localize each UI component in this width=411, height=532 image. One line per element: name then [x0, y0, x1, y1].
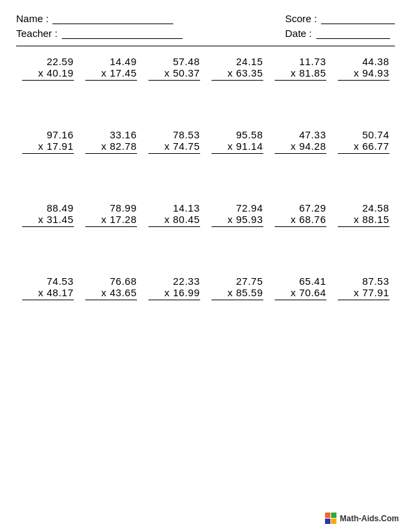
problem-0-3: 24.15x 63.35 — [209, 49, 266, 83]
problem-top-0-1: 14.49 — [109, 56, 136, 67]
problem-row-0: 22.59x 40.1914.49x 17.4557.48x 50.3724.1… — [16, 49, 395, 83]
problem-bottom-3-2: x 16.99 — [148, 287, 200, 300]
problem-bottom-0-0: x 40.19 — [22, 67, 74, 81]
problem-3-3: 27.75x 85.59 — [209, 269, 266, 303]
problem-2-4: 67.29x 68.76 — [272, 195, 329, 230]
problem-1-2: 78.53x 74.75 — [146, 122, 203, 157]
score-label: Score : — [285, 13, 317, 24]
name-label: Name : — [16, 13, 48, 24]
problem-bottom-2-3: x 95.93 — [212, 214, 263, 227]
teacher-line — [62, 27, 183, 39]
problem-top-3-2: 22.33 — [173, 275, 199, 287]
problem-bottom-2-2: x 80.45 — [148, 214, 200, 227]
name-row: Name : — [16, 12, 183, 24]
page: Name : Teacher : Score : Date : 22.59x 4… — [0, 0, 411, 532]
problem-top-2-2: 14.13 — [173, 202, 199, 214]
problem-2-0: 88.49x 31.45 — [19, 195, 77, 230]
problem-top-3-0: 74.53 — [46, 275, 73, 287]
date-row: Date : — [285, 27, 395, 39]
problem-top-0-3: 24.15 — [236, 56, 263, 67]
teacher-row: Teacher : — [16, 27, 183, 39]
date-label: Date : — [285, 28, 312, 39]
header: Name : Teacher : Score : Date : — [16, 12, 395, 39]
problem-3-4: 65.41x 70.64 — [272, 269, 329, 303]
problem-3-1: 76.68x 43.65 — [83, 269, 140, 303]
header-left: Name : Teacher : — [16, 12, 183, 39]
watermark: Math-Aids.Com — [325, 513, 399, 524]
problem-top-2-0: 88.49 — [46, 202, 73, 214]
problem-top-3-4: 65.41 — [299, 275, 326, 287]
problem-top-0-2: 57.48 — [173, 56, 199, 67]
problem-top-0-4: 11.73 — [299, 56, 326, 67]
problem-bottom-2-0: x 31.45 — [22, 214, 74, 227]
problem-1-1: 33.16x 82.78 — [83, 122, 140, 157]
problem-0-0: 22.59x 40.19 — [19, 49, 77, 83]
name-line — [52, 12, 173, 24]
problem-top-1-5: 50.74 — [362, 129, 389, 140]
problem-1-0: 97.16x 17.91 — [19, 122, 77, 157]
problem-bottom-2-4: x 68.76 — [275, 214, 326, 227]
problem-bottom-0-5: x 94.93 — [338, 67, 390, 81]
problem-0-5: 44.38x 94.93 — [335, 49, 392, 83]
problem-row-1: 97.16x 17.9133.16x 82.7878.53x 74.7595.5… — [16, 122, 395, 157]
problem-bottom-2-1: x 17.28 — [85, 214, 137, 227]
problem-bottom-1-5: x 66.77 — [338, 140, 390, 154]
problem-bottom-3-5: x 77.91 — [338, 287, 390, 300]
problem-bottom-0-2: x 50.37 — [148, 67, 200, 81]
problem-top-0-0: 22.59 — [46, 56, 73, 67]
score-line — [321, 12, 395, 24]
date-line — [316, 27, 390, 39]
problem-bottom-3-3: x 85.59 — [212, 287, 263, 300]
problem-2-5: 24.58x 88.15 — [335, 195, 392, 230]
problem-2-2: 14.13x 80.45 — [146, 195, 203, 230]
problem-top-2-5: 24.58 — [362, 202, 389, 214]
problem-top-0-5: 44.38 — [362, 56, 389, 67]
answer-space-2 — [16, 230, 395, 269]
problem-0-4: 11.73x 81.85 — [272, 49, 329, 83]
problem-bottom-1-0: x 17.91 — [22, 140, 74, 154]
header-divider — [16, 46, 395, 46]
problem-bottom-3-1: x 43.65 — [85, 287, 137, 300]
problem-bottom-0-3: x 63.35 — [212, 67, 263, 81]
header-right: Score : Date : — [285, 12, 395, 39]
problem-top-2-3: 72.94 — [236, 202, 263, 214]
problem-bottom-1-3: x 91.14 — [212, 140, 263, 154]
answer-space-0 — [16, 83, 395, 122]
problem-2-3: 72.94x 95.93 — [209, 195, 266, 230]
problem-bottom-3-4: x 70.64 — [275, 287, 326, 300]
problem-0-2: 57.48x 50.37 — [146, 49, 203, 83]
problem-bottom-1-4: x 94.28 — [275, 140, 326, 154]
problem-3-5: 87.53x 77.91 — [335, 269, 392, 303]
problem-top-1-2: 78.53 — [173, 129, 199, 140]
score-row: Score : — [285, 12, 395, 24]
problem-0-1: 14.49x 17.45 — [83, 49, 140, 83]
problem-row-3: 74.53x 48.1776.68x 43.6522.33x 16.9927.7… — [16, 269, 395, 303]
problem-1-3: 95.58x 91.14 — [209, 122, 266, 157]
problem-1-4: 47.33x 94.28 — [272, 122, 329, 157]
watermark-text: Math-Aids.Com — [340, 514, 399, 523]
problems-area: 22.59x 40.1914.49x 17.4557.48x 50.3724.1… — [16, 49, 395, 342]
problem-row-2: 88.49x 31.4578.99x 17.2814.13x 80.4572.9… — [16, 195, 395, 230]
problem-bottom-0-1: x 17.45 — [85, 67, 137, 81]
problem-top-3-3: 27.75 — [236, 275, 263, 287]
problem-bottom-2-5: x 88.15 — [338, 214, 390, 227]
logo-icon — [325, 513, 336, 524]
problem-bottom-1-1: x 82.78 — [85, 140, 137, 154]
problem-top-1-4: 47.33 — [299, 129, 326, 140]
problem-top-1-1: 33.16 — [109, 129, 136, 140]
answer-space-1 — [16, 157, 395, 195]
problem-top-3-5: 87.53 — [362, 275, 389, 287]
problem-top-2-1: 78.99 — [109, 202, 136, 214]
problem-1-5: 50.74x 66.77 — [335, 122, 392, 157]
problem-top-1-3: 95.58 — [236, 129, 263, 140]
answer-space-3 — [16, 303, 395, 342]
problem-bottom-0-4: x 81.85 — [275, 67, 326, 81]
problem-bottom-1-2: x 74.75 — [148, 140, 200, 154]
problem-top-2-4: 67.29 — [299, 202, 326, 214]
problem-top-3-1: 76.68 — [109, 275, 136, 287]
problem-3-2: 22.33x 16.99 — [146, 269, 203, 303]
problem-bottom-3-0: x 48.17 — [22, 287, 74, 300]
problem-top-1-0: 97.16 — [46, 129, 73, 140]
problem-2-1: 78.99x 17.28 — [83, 195, 140, 230]
teacher-label: Teacher : — [16, 28, 58, 39]
